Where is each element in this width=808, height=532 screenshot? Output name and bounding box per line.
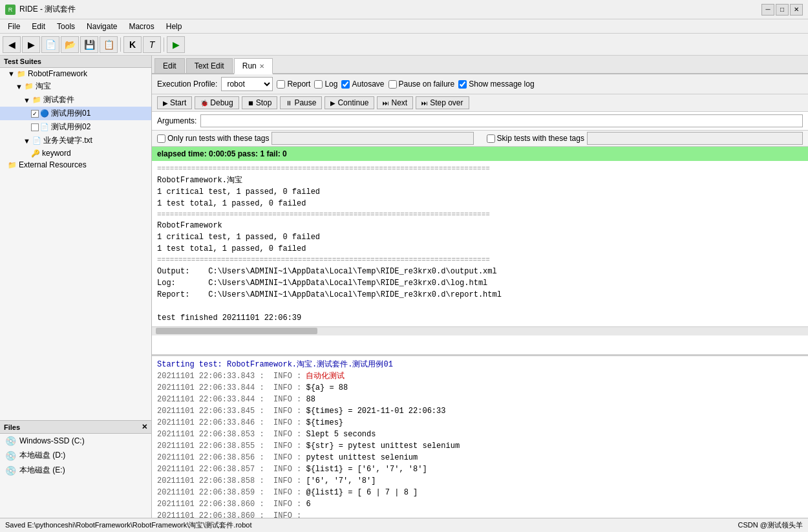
output-path-report: Report: C:\Users\ADMINI~1\AppData\Local\… (157, 289, 803, 301)
toolbar-run-button[interactable]: ▶ (167, 36, 185, 53)
tab-bar: Edit Text Edit Run ✕ (152, 56, 808, 74)
checkbox-test02[interactable] (31, 123, 39, 131)
tree-node-test02[interactable]: 📄 测试用例02 (0, 120, 151, 134)
file-item-c[interactable]: 💿 Windows-SSD (C:) (0, 434, 151, 448)
show-message-log-check: Show message log (458, 80, 534, 89)
pause-button[interactable]: ⏸ Pause (280, 96, 322, 109)
title-bar-controls[interactable]: ─ □ ✕ (761, 4, 803, 16)
tree-panel-header: Test Suites (0, 56, 151, 68)
tree-node-test01[interactable]: ✓ 🔵 测试用例01 (0, 107, 151, 120)
progress-bar: elapsed time: 0:00:05 pass: 1 fail: 0 (152, 147, 808, 161)
toolbar-saveas-button[interactable]: 📋 (100, 36, 118, 53)
tree-node-keyword[interactable]: 🔑 keyword (0, 147, 151, 159)
arguments-row: Arguments: (152, 112, 808, 131)
tree-label-test02: 测试用例02 (51, 122, 90, 133)
external-icon: 📁 (8, 161, 17, 169)
pause-on-failure-checkbox[interactable] (388, 80, 397, 89)
menu-tools[interactable]: Tools (52, 21, 80, 32)
toolbar-sep2 (164, 37, 164, 52)
start-label: Start (170, 98, 186, 107)
exec-profile-dropdown[interactable]: robot (221, 77, 273, 91)
continue-button[interactable]: ▶ Continue (324, 96, 374, 109)
toolbar-open-button[interactable]: 📂 (61, 36, 79, 53)
tab-text-edit-label: Text Edit (195, 61, 224, 70)
pause-on-failure-check: Pause on failure (388, 80, 455, 89)
output-path-log: Log: C:\Users\ADMINI~1\AppData\Local\Tem… (157, 277, 803, 289)
expand-icon: ▼ (8, 70, 15, 78)
close-button[interactable]: ✕ (790, 4, 803, 16)
tab-text-edit[interactable]: Text Edit (186, 58, 233, 73)
autosave-checkbox[interactable] (341, 80, 350, 89)
output-total-2: 1 test total, 1 passed, 0 failed (157, 243, 803, 255)
tree-label-taobao: 淘宝 (36, 81, 51, 92)
next-button[interactable]: ⏭ Next (377, 96, 413, 109)
file-icon-test02: 📄 (40, 123, 49, 131)
tree-node-keywords-file[interactable]: ▼ 📄 业务关键字.txt (0, 134, 151, 147)
tree-panel: Test Suites ▼ 📁 RobotFramework ▼ 📁 淘宝 ▼ … (0, 56, 151, 421)
tab-run[interactable]: Run ✕ (234, 58, 273, 74)
log-checkbox[interactable] (314, 80, 323, 89)
log-line-4: 20211101 22:06:33.845 : INFO : ${times} … (157, 405, 803, 417)
files-close-button[interactable]: ✕ (142, 423, 147, 431)
toolbar-save-button[interactable]: 💾 (80, 36, 98, 53)
menu-help[interactable]: Help (161, 21, 187, 32)
pause-on-failure-label: Pause on failure (399, 80, 455, 89)
report-checkbox[interactable] (277, 80, 285, 89)
step-over-button[interactable]: ⏭ Step over (416, 96, 469, 109)
only-run-input[interactable] (271, 132, 473, 145)
maximize-button[interactable]: □ (776, 4, 789, 16)
output-path-output: Output: C:\Users\ADMINI~1\AppData\Local\… (157, 266, 803, 277)
only-run-checkbox[interactable] (157, 134, 165, 143)
start-icon: ▶ (163, 100, 168, 107)
file-icon-kwfile: 📄 (32, 136, 41, 145)
title-bar: R RIDE - 测试套件 ─ □ ✕ (0, 0, 808, 19)
tree-node-robotframework[interactable]: ▼ 📁 RobotFramework (0, 68, 151, 80)
files-panel-header: Files ✕ (0, 421, 151, 434)
arguments-input[interactable] (200, 114, 803, 127)
file-item-e[interactable]: 💿 本地磁盘 (E:) (0, 463, 151, 478)
toolbar-italic-button[interactable]: T (143, 36, 161, 53)
toolbar-bold-button[interactable]: K (123, 36, 142, 53)
toolbar: ◀ ▶ 📄 📂 💾 📋 K T ▶ (0, 34, 808, 56)
file-item-d[interactable]: 💿 本地磁盘 (D:) (0, 448, 151, 463)
tree-node-suite[interactable]: ▼ 📁 测试套件 (0, 93, 151, 107)
toolbar-new-button[interactable]: 📄 (41, 36, 59, 53)
output-suite-taobao: RobotFramework.淘宝 (157, 175, 803, 186)
step-over-icon: ⏭ (421, 100, 428, 107)
toolbar-forward-button[interactable]: ▶ (22, 36, 40, 53)
log-line-11: 20211101 22:06:38.859 : INFO : @{list1} … (157, 487, 803, 498)
output-top[interactable]: ========================================… (152, 161, 808, 356)
skip-tests-checkbox[interactable] (487, 134, 495, 143)
log-label: Log (324, 80, 337, 89)
main-layout: Test Suites ▼ 📁 RobotFramework ▼ 📁 淘宝 ▼ … (0, 56, 808, 518)
report-label: Report (287, 80, 310, 89)
tree-node-external[interactable]: 📁 External Resources (0, 159, 151, 171)
tree-label-kwfile: 业务关键字.txt (43, 135, 92, 146)
menu-edit[interactable]: Edit (27, 21, 50, 32)
tab-run-close[interactable]: ✕ (259, 63, 264, 70)
title-bar-left: R RIDE - 测试套件 (5, 4, 76, 15)
drive-icon-d: 💿 (5, 451, 16, 461)
checkbox-test01[interactable]: ✓ (31, 110, 39, 118)
output-bottom[interactable]: Starting test: RobotFramework.淘宝.测试套件.测试… (152, 356, 808, 518)
menu-navigate[interactable]: Navigate (81, 21, 122, 32)
expand-icon-taobao: ▼ (16, 83, 23, 90)
start-button[interactable]: ▶ Start (157, 96, 192, 109)
h-scrollbar-top[interactable] (156, 328, 317, 334)
tree-node-taobao[interactable]: ▼ 📁 淘宝 (0, 80, 151, 93)
stop-button[interactable]: ⏹ Stop (242, 96, 278, 109)
log-line-12: 20211101 22:06:38.860 : INFO : 6 (157, 498, 803, 510)
tab-edit[interactable]: Edit (154, 58, 185, 73)
menu-file[interactable]: File (3, 21, 25, 32)
only-run-label: Only run tests with these tags (167, 134, 269, 143)
skip-tests-input[interactable] (587, 132, 803, 145)
menu-macros[interactable]: Macros (123, 21, 159, 32)
log-line-8: 20211101 22:06:38.856 : INFO : pytest un… (157, 452, 803, 463)
debug-button[interactable]: 🐞 Debug (195, 96, 239, 109)
log-line-13: 20211101 22:06:38.860 : INFO : (157, 510, 803, 518)
folder-icon: 📁 (17, 70, 26, 78)
show-message-log-checkbox[interactable] (458, 80, 467, 89)
minimize-button[interactable]: ─ (761, 4, 774, 16)
log-line-9: 20211101 22:06:38.857 : INFO : ${list1} … (157, 463, 803, 475)
toolbar-back-button[interactable]: ◀ (3, 36, 21, 53)
